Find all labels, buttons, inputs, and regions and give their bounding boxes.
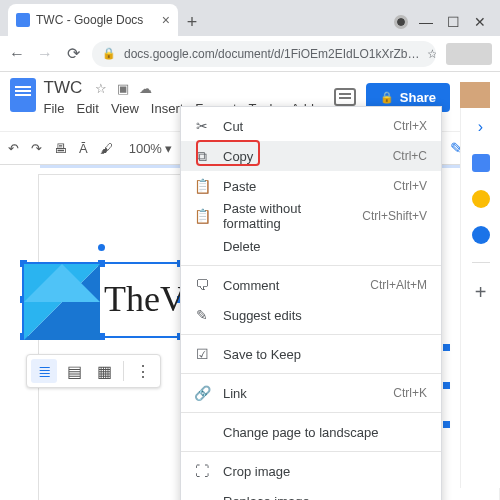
ctx-cut[interactable]: ✂CutCtrl+X xyxy=(181,111,441,141)
break-text-button[interactable]: ▦ xyxy=(91,359,117,383)
addons-plus-icon[interactable]: + xyxy=(475,281,487,304)
ctx-copy[interactable]: ⧉CopyCtrl+C xyxy=(181,141,441,171)
ctx-shortcut: Ctrl+Shift+V xyxy=(362,209,427,223)
ctx-paste-without-formatting[interactable]: 📋Paste without formattingCtrl+Shift+V xyxy=(181,201,441,231)
maximize-icon[interactable]: ☐ xyxy=(447,14,460,30)
ctx-icon: ⧉ xyxy=(193,148,211,165)
tab-title: TWC - Google Docs xyxy=(36,13,143,27)
forward-icon: → xyxy=(36,45,54,63)
ctx-label: Comment xyxy=(223,278,358,293)
ctx-icon: 🗨 xyxy=(193,277,211,293)
image-text: TheV xyxy=(104,278,186,320)
share-label: Share xyxy=(400,90,436,105)
selection-edge xyxy=(445,348,451,424)
menu-view[interactable]: View xyxy=(111,101,139,131)
ctx-icon: ✂ xyxy=(193,118,211,134)
ctx-icon: 📋 xyxy=(193,178,211,194)
ctx-replace-image[interactable]: Replace image xyxy=(181,486,441,500)
ctx-link[interactable]: 🔗LinkCtrl+K xyxy=(181,378,441,408)
chevron-down-icon: ▾ xyxy=(165,141,172,156)
side-panel: › + xyxy=(460,108,500,488)
menu-insert[interactable]: Insert xyxy=(151,101,184,131)
menu-edit[interactable]: Edit xyxy=(76,101,98,131)
ctx-change-page-to-landscape[interactable]: Change page to landscape xyxy=(181,417,441,447)
ctx-icon: ☑ xyxy=(193,346,211,362)
print-icon[interactable]: 🖶 xyxy=(54,141,67,156)
ctx-label: Paste xyxy=(223,179,381,194)
ctx-label: Paste without formatting xyxy=(223,201,350,231)
ctx-delete[interactable]: Delete xyxy=(181,231,441,261)
ctx-label: Change page to landscape xyxy=(223,425,415,440)
docs-logo-icon[interactable] xyxy=(10,78,36,112)
ctx-shortcut: Ctrl+V xyxy=(393,179,427,193)
keep-icon[interactable] xyxy=(472,190,490,208)
ctx-label: Copy xyxy=(223,149,381,164)
new-tab-button[interactable]: + xyxy=(178,8,206,36)
close-tab-icon[interactable]: × xyxy=(162,12,170,28)
ctx-icon: ⛶ xyxy=(193,463,211,479)
ctx-shortcut: Ctrl+X xyxy=(393,119,427,133)
browser-tabstrip: TWC - Google Docs × + — ☐ ✕ xyxy=(0,0,500,36)
ctx-crop-image[interactable]: ⛶Crop image xyxy=(181,456,441,486)
side-collapse-icon[interactable]: › xyxy=(478,118,483,136)
reload-icon[interactable]: ⟳ xyxy=(64,44,82,63)
zoom-select[interactable]: 100%▾ xyxy=(129,141,172,156)
address-bar-row: ← → ⟳ 🔒 docs.google.com/document/d/1FiOE… xyxy=(0,36,500,72)
close-window-icon[interactable]: ✕ xyxy=(474,14,486,30)
ctx-comment[interactable]: 🗨CommentCtrl+Alt+M xyxy=(181,270,441,300)
spellcheck-icon[interactable]: Ā xyxy=(79,141,88,156)
recording-indicator-icon xyxy=(397,18,405,26)
rotate-handle[interactable] xyxy=(98,244,105,251)
ctx-suggest-edits[interactable]: ✎Suggest edits xyxy=(181,300,441,330)
minimize-icon[interactable]: — xyxy=(419,14,433,30)
wrap-text-button[interactable]: ▤ xyxy=(61,359,87,383)
undo-icon[interactable]: ↶ xyxy=(8,141,19,156)
ctx-icon: 📋 xyxy=(193,208,211,224)
redo-icon[interactable]: ↷ xyxy=(31,141,42,156)
ctx-shortcut: Ctrl+C xyxy=(393,149,427,163)
ctx-label: Delete xyxy=(223,239,415,254)
paint-format-icon[interactable]: 🖌 xyxy=(100,141,113,156)
browser-profile[interactable] xyxy=(446,43,492,65)
ctx-icon: 🔗 xyxy=(193,385,211,401)
image-layout-toolbar: ≣ ▤ ▦ ⋮ xyxy=(26,354,161,388)
ctx-label: Replace image xyxy=(223,494,393,501)
ctx-label: Cut xyxy=(223,119,381,134)
ctx-icon: ✎ xyxy=(193,307,211,323)
ctx-label: Suggest edits xyxy=(223,308,415,323)
comments-icon[interactable] xyxy=(334,88,356,106)
tasks-icon[interactable] xyxy=(472,226,490,244)
ctx-label: Crop image xyxy=(223,464,415,479)
window-controls: — ☐ ✕ xyxy=(397,14,500,36)
ctx-label: Link xyxy=(223,386,381,401)
doc-title[interactable]: TWC xyxy=(44,78,83,97)
ctx-paste[interactable]: 📋PasteCtrl+V xyxy=(181,171,441,201)
ctx-shortcut: Ctrl+K xyxy=(393,386,427,400)
ctx-save-to-keep[interactable]: ☑Save to Keep xyxy=(181,339,441,369)
image-graphic xyxy=(24,264,100,340)
selected-image[interactable]: TheV xyxy=(22,262,182,338)
more-options-icon[interactable]: ⋮ xyxy=(130,359,156,383)
browser-tab[interactable]: TWC - Google Docs × xyxy=(8,4,178,36)
move-doc-icon[interactable]: ▣ xyxy=(117,81,129,96)
bookmark-star-icon[interactable]: ☆ xyxy=(427,47,436,61)
ctx-label: Save to Keep xyxy=(223,347,415,362)
lock-share-icon: 🔒 xyxy=(380,91,394,104)
context-menu: ✂CutCtrl+X⧉CopyCtrl+C📋PasteCtrl+V📋Paste … xyxy=(180,106,442,500)
inline-wrap-button[interactable]: ≣ xyxy=(31,359,57,383)
star-doc-icon[interactable]: ☆ xyxy=(95,81,107,96)
cloud-status-icon[interactable]: ☁ xyxy=(139,81,152,96)
omnibox[interactable]: 🔒 docs.google.com/document/d/1FiOEm2EIdL… xyxy=(92,41,436,67)
back-icon[interactable]: ← xyxy=(8,45,26,63)
ctx-shortcut: Ctrl+Alt+M xyxy=(370,278,427,292)
calendar-icon[interactable] xyxy=(472,154,490,172)
menu-file[interactable]: File xyxy=(44,101,65,131)
docs-favicon xyxy=(16,13,30,27)
url-text: docs.google.com/document/d/1FiOEm2EIdLO1… xyxy=(124,47,419,61)
lock-icon: 🔒 xyxy=(102,47,116,60)
